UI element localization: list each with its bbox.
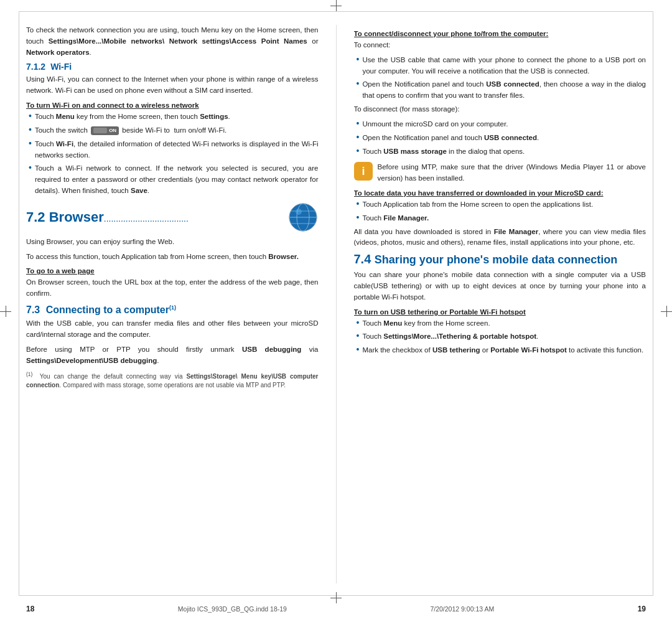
svg-point-6 <box>296 209 302 215</box>
bullet-dot: • <box>29 163 32 172</box>
section-712-heading: 7.1.2 Wi-Fi <box>26 62 319 72</box>
bullet-dot: • <box>357 118 360 128</box>
intro-paragraph: To check the network connection you are … <box>26 25 319 58</box>
usb-tethering-heading: To turn on USB tethering or Portable Wi-… <box>354 308 646 316</box>
tethering-bullet-3: • Mark the checkbox of USB tethering or … <box>354 345 646 356</box>
locate-bullet-1: • Touch Application tab from the Home sc… <box>354 199 646 210</box>
browser-globe-icon <box>287 202 319 233</box>
bullet-dot: • <box>29 111 32 121</box>
section-712-body: Using Wi-Fi, you can connect to the Inte… <box>26 74 319 97</box>
section-73-body1: With the USB cable, you can transfer med… <box>26 318 319 341</box>
wifi-switch-icon: ON <box>91 126 119 135</box>
bullet-dot: • <box>357 344 360 354</box>
locate-body: All data you have downloaded is stored i… <box>354 227 646 249</box>
right-column: To connect/disconnect your phone to/from… <box>354 19 646 590</box>
crosshair-right <box>661 306 672 317</box>
tethering-bullet-2-text: Touch Settings\More...\Tethering & porta… <box>362 331 646 342</box>
wifi-bullet-2-text: Touch the switch ON beside Wi-Fi to turn… <box>35 125 319 136</box>
disconnect-bullet-3: • Touch USB mass storage in the dialog t… <box>354 146 646 158</box>
bullet-dot: • <box>357 146 360 156</box>
crosshair-left <box>0 306 11 317</box>
section-74-title: Sharing your phone's mobile data connect… <box>375 253 617 266</box>
wifi-bullet-4: • Touch a Wi-Fi network to connect. If t… <box>26 163 319 196</box>
page-number-left: 18 <box>26 605 34 613</box>
bullet-dot: • <box>29 125 32 134</box>
bullet-dot: • <box>357 132 360 142</box>
section-74-body: You can share your phone's mobile data c… <box>354 270 646 303</box>
note-box: i Before using MTP, make sure that the d… <box>354 162 646 184</box>
connect-bullet-2-text: Open the Notification panel and touch US… <box>362 79 646 101</box>
connect-bullet-1-text: Use the USB cable that came with your ph… <box>362 55 646 77</box>
wifi-bullet-2: • Touch the switch ON beside Wi-Fi to tu… <box>26 125 319 136</box>
goto-webpage-subheading: To go to a web page <box>26 267 319 275</box>
wifi-subheading: To turn Wi-Fi on and connect to a wirele… <box>26 101 319 109</box>
section-72-body2: To access this function, touch Applicati… <box>26 252 319 263</box>
bullet-dot: • <box>357 199 360 209</box>
connect-bullet-1: • Use the USB cable that came with your … <box>354 55 646 77</box>
left-column: To check the network connection you are … <box>26 19 319 590</box>
page-border-top <box>19 11 653 12</box>
wifi-bullet-3-text: Touch Wi-Fi, the detailed information of… <box>35 139 319 161</box>
disconnect-bullet-3-text: Touch USB mass storage in the dialog tha… <box>362 146 646 158</box>
crosshair-top <box>330 0 342 11</box>
locate-bullet-2: • Touch File Manager. <box>354 213 646 224</box>
connect-disconnect-heading: To connect/disconnect your phone to/from… <box>354 30 646 37</box>
note-icon: i <box>354 162 373 181</box>
footer: 18 Mojito ICS_993D_GB_QG.indd 18-19 7/20… <box>26 605 646 613</box>
wifi-bullet-3: • Touch Wi-Fi, the detailed information … <box>26 139 319 161</box>
wifi-bullet-1-text: Touch Menu key from the Home screen, the… <box>35 111 319 123</box>
section-72-body1: Using Browser, you can enjoy surfing the… <box>26 237 319 248</box>
section-74-number: 7.4 <box>354 252 375 266</box>
content-wrapper: To check the network connection you are … <box>26 19 646 590</box>
bullet-dot: • <box>357 318 360 327</box>
page-number-right: 19 <box>638 605 646 613</box>
tethering-bullet-2: • Touch Settings\More...\Tethering & por… <box>354 331 646 342</box>
disconnect-bullet-1-text: Unmount the microSD card on your compute… <box>362 119 646 130</box>
section-712-title: Wi-Fi <box>50 62 72 72</box>
bullet-dot: • <box>357 54 360 64</box>
switch-label: ON <box>109 127 116 134</box>
note-icon-svg: i <box>355 163 372 180</box>
note-text: Before using MTP, make sure that the dri… <box>378 162 646 184</box>
section-72-heading: 7.2 Browser.............................… <box>26 202 319 233</box>
bullet-dot: • <box>357 331 360 341</box>
footer-date: 7/20/2012 9:00:13 AM <box>430 605 494 613</box>
disconnect-bullet-2: • Open the Notification panel and touch … <box>354 133 646 144</box>
switch-inner <box>93 128 107 133</box>
disconnect-bullet-2-text: Open the Notification panel and touch US… <box>362 133 646 144</box>
goto-webpage-body: On Browser screen, touch the URL box at … <box>26 277 319 299</box>
bullet-dot: • <box>357 212 360 222</box>
section-712-number: 7.1.2 <box>26 62 45 72</box>
section-73-body2: Before using MTP or PTP you should first… <box>26 344 319 367</box>
connect-bullet-2: • Open the Notification panel and touch … <box>354 79 646 101</box>
section-74-heading: 7.4 Sharing your phone's mobile data con… <box>354 252 646 266</box>
section-72-number: 7.2 <box>26 209 45 225</box>
section-73-heading: 7.3 Connecting to a computer(1) <box>26 304 319 316</box>
svg-text:i: i <box>362 165 365 177</box>
page-border-left <box>19 11 19 596</box>
tethering-bullet-3-text: Mark the checkbox of USB tethering or Po… <box>362 345 646 356</box>
column-divider <box>336 25 337 583</box>
wifi-bullet-1: • Touch Menu key from the Home screen, t… <box>26 111 319 123</box>
locate-bullet-1-text: Touch Application tab from the Home scre… <box>362 199 646 210</box>
wifi-bullet-4-text: Touch a Wi-Fi network to connect. If the… <box>35 163 319 196</box>
disconnect-bullet-1: • Unmount the microSD card on your compu… <box>354 119 646 130</box>
locate-data-heading: To locate data you have transferred or d… <box>354 189 646 197</box>
footer-filename: Mojito ICS_993D_GB_QG.indd 18-19 <box>178 605 287 613</box>
footnote: (1) You can change the default connectin… <box>26 370 319 390</box>
bullet-dot: • <box>29 138 32 148</box>
crosshair-bottom <box>330 592 342 603</box>
tethering-bullet-1-text: Touch Menu key from the Home screen. <box>362 318 646 329</box>
page-border-right <box>653 11 653 596</box>
tethering-bullet-1: • Touch Menu key from the Home screen. <box>354 318 646 329</box>
section-73-number: 7.3 <box>26 304 40 316</box>
bullet-dot: • <box>357 78 360 88</box>
section-72-title: Browser.................................… <box>45 209 287 225</box>
section-73-title: Connecting to a computer(1) <box>43 304 176 316</box>
to-disconnect-text: To disconnect (for mass storage): <box>354 104 646 115</box>
to-connect-text: To connect: <box>354 40 646 51</box>
locate-bullet-2-text: Touch File Manager. <box>362 213 646 224</box>
